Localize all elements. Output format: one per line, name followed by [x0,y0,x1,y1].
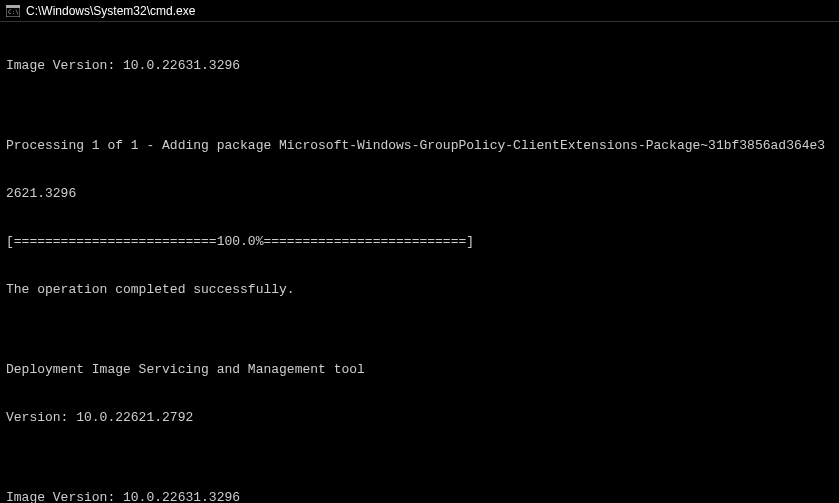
output-line: Deployment Image Servicing and Managemen… [6,362,833,378]
window-title: C:\Windows\System32\cmd.exe [26,4,195,18]
output-line: The operation completed successfully. [6,282,833,298]
output-line: Version: 10.0.22621.2792 [6,410,833,426]
output-line: Processing 1 of 1 - Adding package Micro… [6,138,833,154]
output-line: Image Version: 10.0.22631.3296 [6,490,833,503]
cmd-icon: C:\ [6,4,20,18]
title-bar: C:\ C:\Windows\System32\cmd.exe [0,0,839,22]
output-line: Image Version: 10.0.22631.3296 [6,58,833,74]
output-line: [==========================100.0%=======… [6,234,833,250]
svg-text:C:\: C:\ [8,8,19,15]
output-line: 2621.3296 [6,186,833,202]
terminal-output[interactable]: Image Version: 10.0.22631.3296 Processin… [0,22,839,503]
